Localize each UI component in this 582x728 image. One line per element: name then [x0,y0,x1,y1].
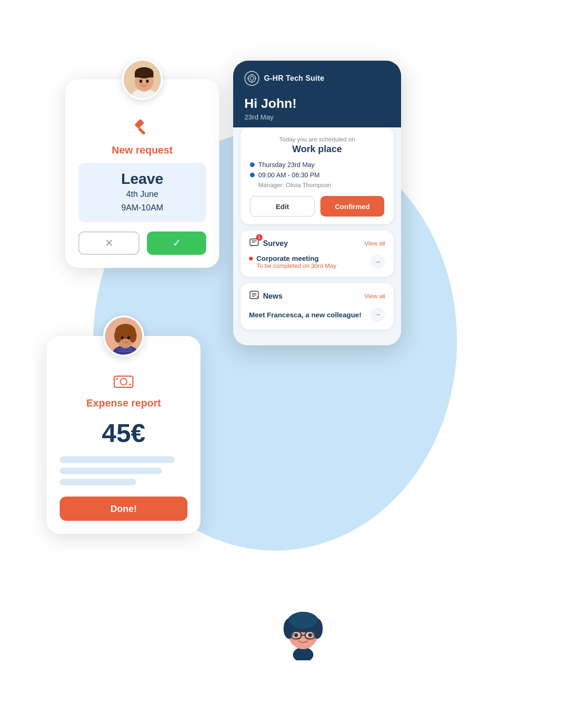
news-item: Meet Francesca, a new colleague! → [249,307,385,322]
hammer-icon [132,117,152,141]
hr-app-card: G-HR Tech Suite Hi John! 23rd May Today … [233,61,401,345]
user-avatar [122,59,163,100]
expense-line-3 [60,479,136,485]
news-item-arrow[interactable]: → [370,307,385,322]
svg-rect-5 [135,73,153,77]
leave-date: 4th June [93,188,191,201]
survey-item-content: Corporate meeting To be completed on 30r… [249,254,336,269]
survey-item: Corporate meeting To be completed on 30r… [249,254,385,269]
leave-details-box: Leave 4th June 9AM-10AM [78,163,206,222]
expense-user-avatar [103,315,144,357]
survey-section-card: 1 Survey View all Corporate meeting To b… [241,231,394,277]
survey-title-row: 1 Survey [249,237,288,250]
hr-app-body: Today you are scheduled on Work place Th… [233,127,401,345]
new-request-card: New request Leave 4th June 9AM-10AM ✕ ✓ [65,79,219,268]
leave-type: Leave [93,170,191,188]
svg-point-27 [251,74,253,76]
reject-button[interactable]: ✕ [78,231,139,255]
svg-point-19 [121,336,124,340]
expense-line-2 [60,468,162,474]
svg-point-20 [127,336,130,340]
expense-report-card: Expense report 45€ Done! [47,336,201,534]
survey-view-all[interactable]: View all [364,240,385,247]
news-item-title: Meet Francesca, a new colleague! [249,311,361,319]
expense-line-1 [60,456,175,463]
svg-rect-8 [134,119,144,129]
svg-point-22 [120,378,127,385]
news-section-header: News View all [249,290,385,302]
svg-point-39 [293,647,313,660]
survey-item-arrow[interactable]: → [370,254,385,269]
new-request-label: New request [112,144,173,156]
svg-point-18 [129,329,137,343]
leave-time: 9AM-10AM [93,201,191,215]
schedule-time: 09:00 AM - 06:30 PM [258,171,320,179]
hr-date: 23rd May [244,113,390,121]
workplace-card: Today you are scheduled on Work place Th… [241,127,394,224]
confirmed-button[interactable]: Confirmed [320,196,384,217]
svg-rect-13 [118,350,133,352]
svg-point-51 [290,637,296,641]
manager-info: Manager: Olivia Thompson [250,182,384,189]
hr-logo-icon [244,71,259,86]
hr-app-header: G-HR Tech Suite Hi John! 23rd May [233,61,401,136]
svg-point-49 [294,633,298,637]
expense-amount: 45€ [102,418,145,448]
svg-rect-9 [138,127,146,135]
svg-point-24 [129,384,131,385]
news-section-card: News View all Meet Francesca, a new coll… [241,283,394,329]
edit-button[interactable]: Edit [250,196,315,217]
workplace-buttons: Edit Confirmed [250,196,384,217]
survey-section-header: 1 Survey View all [249,237,385,250]
time-dot [250,173,255,177]
expense-details-lines [60,456,187,485]
request-actions: ✕ ✓ [78,231,206,255]
schedule-day-row: Thursday 23rd May [250,161,384,168]
done-button[interactable]: Done! [60,497,187,521]
workplace-title: Work place [250,144,384,154]
hr-app-name-label: G-HR Tech Suite [264,74,325,83]
approve-icon: ✓ [173,237,181,249]
svg-rect-21 [114,376,133,387]
survey-item-dot [249,257,253,260]
hr-top-bar: G-HR Tech Suite [244,71,390,86]
survey-item-text: Corporate meeting To be completed on 30r… [256,254,336,269]
news-view-all[interactable]: View all [364,293,385,300]
schedule-time-row: 09:00 AM - 06:30 PM [250,171,384,179]
news-icon [249,290,259,302]
svg-point-17 [114,329,122,343]
svg-point-30 [255,78,256,79]
svg-point-29 [248,78,249,79]
survey-icon: 1 [249,237,259,250]
schedule-day: Thursday 23rd May [258,161,315,168]
svg-point-26 [250,77,254,80]
svg-point-28 [251,82,253,83]
scheduled-label: Today you are scheduled on [250,136,384,143]
svg-point-7 [146,80,149,83]
reject-icon: ✕ [105,237,113,249]
svg-point-50 [308,633,312,637]
survey-item-title: Corporate meeting [256,254,336,262]
character-avatar [275,600,331,656]
expense-icon [113,373,134,394]
survey-item-sub: To be completed on 30rd May [256,262,336,269]
svg-point-6 [139,80,142,83]
approve-button[interactable]: ✓ [147,231,206,255]
expense-report-label: Expense report [86,397,161,409]
news-title-row: News [249,290,283,302]
news-section-title: News [263,292,283,301]
svg-rect-12 [118,348,133,350]
hr-greeting: Hi John! [244,96,390,111]
svg-point-25 [248,75,256,82]
survey-section-title: Survey [263,239,288,248]
day-dot [250,162,255,167]
survey-badge: 1 [256,234,263,241]
svg-point-52 [310,637,317,641]
svg-point-45 [289,612,317,629]
svg-point-23 [116,378,118,380]
